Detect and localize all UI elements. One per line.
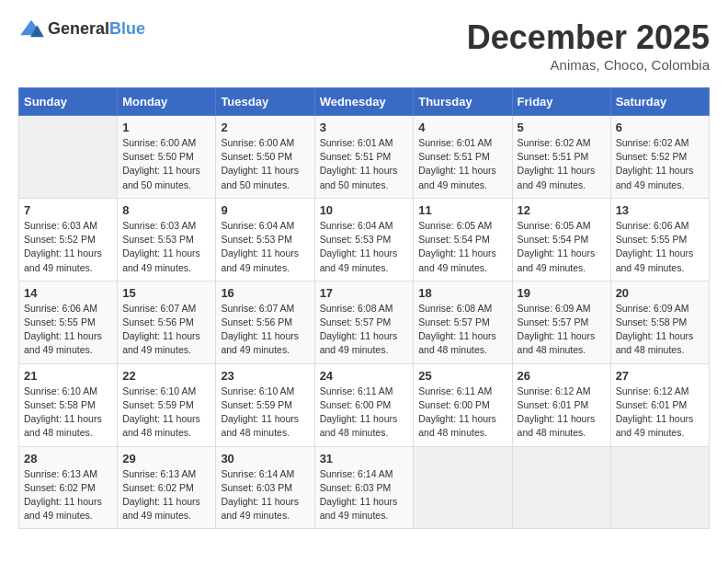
day-cell: 31Sunrise: 6:14 AMSunset: 6:03 PMDayligh… — [314, 446, 414, 529]
sunrise-text: Sunrise: 6:05 AM — [418, 220, 492, 231]
day-number: 31 — [320, 452, 409, 465]
day-number: 19 — [518, 286, 606, 300]
daylight-text: Daylight: 11 hoursand 49 minutes. — [616, 165, 694, 190]
day-number: 12 — [518, 203, 606, 217]
sunrise-text: Sunrise: 6:07 AM — [122, 303, 196, 314]
sunset-text: Sunset: 5:57 PM — [320, 316, 392, 327]
day-number: 1 — [122, 121, 210, 134]
daylight-text: Daylight: 11 hoursand 48 minutes. — [418, 413, 496, 438]
day-cell: 11Sunrise: 6:05 AMSunset: 5:54 PMDayligh… — [414, 198, 512, 281]
day-info: Sunrise: 6:08 AMSunset: 5:57 PMDaylight:… — [320, 302, 409, 358]
daylight-text: Daylight: 11 hoursand 48 minutes. — [418, 330, 496, 355]
day-number: 14 — [24, 286, 112, 300]
header-tuesday: Tuesday — [216, 88, 314, 116]
day-info: Sunrise: 6:13 AMSunset: 6:02 PMDaylight:… — [122, 467, 210, 523]
daylight-text: Daylight: 11 hoursand 49 minutes. — [24, 496, 102, 521]
day-info: Sunrise: 6:11 AMSunset: 6:00 PMDaylight:… — [418, 385, 506, 441]
header-thursday: Thursday — [414, 88, 512, 116]
day-number: 5 — [518, 121, 606, 134]
day-cell: 16Sunrise: 6:07 AMSunset: 5:56 PMDayligh… — [216, 281, 314, 363]
sunset-text: Sunset: 5:58 PM — [616, 316, 688, 327]
sunrise-text: Sunrise: 6:10 AM — [221, 385, 294, 396]
day-number: 17 — [320, 286, 409, 300]
day-info: Sunrise: 6:10 AMSunset: 5:59 PMDaylight:… — [221, 385, 309, 441]
header-friday: Friday — [512, 88, 610, 116]
daylight-text: Daylight: 11 hoursand 48 minutes. — [24, 413, 102, 438]
day-number: 22 — [122, 369, 210, 383]
sunset-text: Sunset: 6:02 PM — [122, 482, 194, 493]
daylight-text: Daylight: 11 hoursand 49 minutes. — [221, 330, 299, 355]
day-info: Sunrise: 6:10 AMSunset: 5:58 PMDaylight:… — [24, 385, 112, 441]
sunset-text: Sunset: 5:51 PM — [518, 151, 589, 162]
sunset-text: Sunset: 5:54 PM — [418, 234, 490, 245]
day-info: Sunrise: 6:05 AMSunset: 5:54 PMDaylight:… — [518, 219, 606, 275]
day-number: 24 — [320, 369, 409, 383]
daylight-text: Daylight: 11 hoursand 49 minutes. — [418, 165, 496, 190]
day-cell — [512, 446, 610, 529]
sunrise-text: Sunrise: 6:02 AM — [616, 137, 689, 148]
day-number: 30 — [221, 452, 309, 465]
sunrise-text: Sunrise: 6:12 AM — [616, 385, 689, 396]
sunrise-text: Sunrise: 6:09 AM — [616, 303, 689, 314]
day-info: Sunrise: 6:02 AMSunset: 5:52 PMDaylight:… — [616, 136, 704, 192]
day-info: Sunrise: 6:07 AMSunset: 5:56 PMDaylight:… — [122, 302, 210, 358]
sunset-text: Sunset: 5:58 PM — [24, 399, 96, 410]
daylight-text: Daylight: 11 hoursand 49 minutes. — [221, 496, 299, 521]
day-number: 4 — [418, 121, 506, 134]
sunset-text: Sunset: 5:51 PM — [418, 151, 490, 162]
day-number: 7 — [24, 203, 112, 217]
sunrise-text: Sunrise: 6:03 AM — [24, 220, 97, 231]
sunset-text: Sunset: 5:53 PM — [221, 234, 292, 245]
sunset-text: Sunset: 6:01 PM — [616, 399, 688, 410]
sunset-text: Sunset: 6:01 PM — [518, 399, 589, 410]
sunrise-text: Sunrise: 6:00 AM — [122, 137, 196, 148]
sunset-text: Sunset: 5:51 PM — [320, 151, 392, 162]
day-cell: 17Sunrise: 6:08 AMSunset: 5:57 PMDayligh… — [314, 281, 414, 363]
sunrise-text: Sunrise: 6:01 AM — [320, 137, 393, 148]
sunrise-text: Sunrise: 6:03 AM — [122, 220, 196, 231]
sunrise-text: Sunrise: 6:12 AM — [518, 385, 591, 396]
day-info: Sunrise: 6:07 AMSunset: 5:56 PMDaylight:… — [221, 302, 309, 358]
day-number: 3 — [320, 121, 409, 134]
calendar-table: SundayMondayTuesdayWednesdayThursdayFrid… — [18, 87, 710, 529]
daylight-text: Daylight: 11 hoursand 48 minutes. — [122, 413, 200, 438]
day-cell: 7Sunrise: 6:03 AMSunset: 5:52 PMDaylight… — [19, 198, 118, 281]
day-info: Sunrise: 6:03 AMSunset: 5:52 PMDaylight:… — [24, 219, 112, 275]
sunrise-text: Sunrise: 6:08 AM — [320, 303, 393, 314]
day-cell: 21Sunrise: 6:10 AMSunset: 5:58 PMDayligh… — [19, 363, 118, 446]
day-cell: 8Sunrise: 6:03 AMSunset: 5:53 PMDaylight… — [118, 198, 216, 281]
day-number: 25 — [418, 369, 506, 383]
daylight-text: Daylight: 11 hoursand 49 minutes. — [24, 330, 102, 355]
day-number: 20 — [616, 286, 704, 300]
logo: General Blue — [18, 18, 145, 39]
sunset-text: Sunset: 6:00 PM — [320, 399, 392, 410]
day-cell: 29Sunrise: 6:13 AMSunset: 6:02 PMDayligh… — [118, 446, 216, 529]
day-cell: 28Sunrise: 6:13 AMSunset: 6:02 PMDayligh… — [19, 446, 118, 529]
sunset-text: Sunset: 5:55 PM — [616, 234, 688, 245]
day-info: Sunrise: 6:01 AMSunset: 5:51 PMDaylight:… — [320, 136, 409, 192]
day-number: 27 — [616, 369, 704, 383]
day-cell: 30Sunrise: 6:14 AMSunset: 6:03 PMDayligh… — [216, 446, 314, 529]
sunrise-text: Sunrise: 6:05 AM — [518, 220, 591, 231]
sunrise-text: Sunrise: 6:02 AM — [518, 137, 591, 148]
day-cell: 20Sunrise: 6:09 AMSunset: 5:58 PMDayligh… — [610, 281, 709, 363]
sunset-text: Sunset: 5:55 PM — [24, 316, 96, 327]
day-info: Sunrise: 6:11 AMSunset: 6:00 PMDaylight:… — [320, 385, 409, 441]
day-cell — [610, 446, 709, 529]
day-info: Sunrise: 6:12 AMSunset: 6:01 PMDaylight:… — [518, 385, 606, 441]
day-number: 28 — [24, 452, 112, 465]
day-info: Sunrise: 6:04 AMSunset: 5:53 PMDaylight:… — [221, 219, 309, 275]
week-row-5: 28Sunrise: 6:13 AMSunset: 6:02 PMDayligh… — [19, 446, 710, 529]
week-row-3: 14Sunrise: 6:06 AMSunset: 5:55 PMDayligh… — [19, 281, 710, 363]
sunrise-text: Sunrise: 6:11 AM — [320, 385, 393, 396]
header-sunday: Sunday — [19, 88, 118, 116]
day-cell: 22Sunrise: 6:10 AMSunset: 5:59 PMDayligh… — [118, 363, 216, 446]
sunset-text: Sunset: 6:03 PM — [320, 482, 392, 493]
day-cell: 24Sunrise: 6:11 AMSunset: 6:00 PMDayligh… — [314, 363, 414, 446]
daylight-text: Daylight: 11 hoursand 49 minutes. — [518, 247, 596, 272]
day-number: 15 — [122, 286, 210, 300]
day-cell: 5Sunrise: 6:02 AMSunset: 5:51 PMDaylight… — [512, 116, 610, 199]
day-cell: 1Sunrise: 6:00 AMSunset: 5:50 PMDaylight… — [118, 116, 216, 199]
month-title: December 2025 — [467, 18, 710, 57]
week-row-4: 21Sunrise: 6:10 AMSunset: 5:58 PMDayligh… — [19, 363, 710, 446]
